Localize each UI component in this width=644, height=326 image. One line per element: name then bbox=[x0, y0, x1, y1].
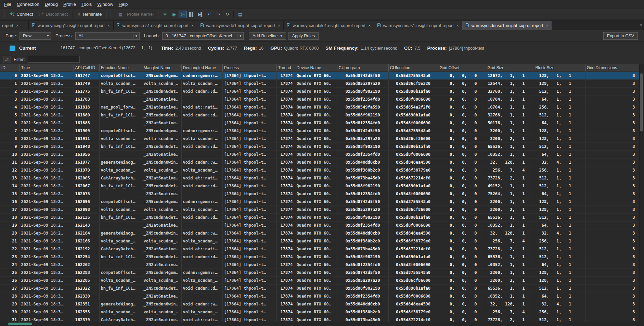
horizontal-scrollbar-thumb[interactable] bbox=[8, 323, 32, 325]
table-row[interactable]: 30 2021-Sep-09 18:3… 162353 volta_scudnn… bbox=[0, 308, 639, 316]
menu-item-help[interactable]: Help bbox=[116, 0, 131, 8]
cell-grid-dimensions: 3 bbox=[585, 87, 639, 95]
tab-close-icon[interactable]: × bbox=[16, 23, 19, 28]
export-to-csv-button[interactable]: Export to CSV bbox=[603, 32, 638, 40]
column-header-thread[interactable]: Thread bbox=[276, 64, 295, 72]
disconnect-button[interactable]: Disconnect bbox=[36, 10, 70, 18]
tab-close-icon[interactable]: × bbox=[278, 23, 281, 28]
table-row[interactable]: 21 2021-Sep-09 18:2… 162166 volta_scudnn… bbox=[0, 237, 639, 245]
table-row[interactable]: 19 2021-Sep-09 18:2… 162143 _ZN2at6nativ… bbox=[0, 221, 639, 229]
refresh-icon[interactable]: ↻ bbox=[223, 11, 231, 18]
step-back-icon[interactable]: ↶ bbox=[205, 11, 214, 18]
menu-item-profile[interactable]: Profile bbox=[61, 0, 79, 8]
column-header-mangled-name[interactable]: Mangled Name bbox=[142, 64, 181, 72]
table-row[interactable]: 4 2021-Sep-09 18:2… 161818 max_pool_forw… bbox=[0, 103, 639, 111]
table-row[interactable]: 5 2021-Sep-09 18:2… 161880 bn_fw_inf_1C1… bbox=[0, 111, 639, 119]
column-header-time[interactable]: Time bbox=[20, 64, 74, 72]
table-row[interactable]: 23 2021-Sep-09 18:2… 162254 bn_fw_inf_1C… bbox=[0, 253, 639, 261]
tab-close-icon[interactable]: × bbox=[546, 23, 549, 28]
tab-warmsyncwide1[interactable]: warmsyncwide1.nsight-cuprof-report × bbox=[197, 21, 284, 30]
table-row[interactable]: 9 2021-Sep-09 18:2… 161948 bn_fw_inf_1C1… bbox=[0, 142, 639, 150]
column-header-id[interactable]: ID bbox=[0, 64, 20, 72]
tab-warmsyncvgg1[interactable]: warmsyncvgg1.nsight-cuprof-report × bbox=[29, 21, 114, 30]
tab-close-icon[interactable]: × bbox=[107, 23, 110, 28]
tab-warmsyncmobile1[interactable]: warmsyncmobile1.nsight-cuprof-report × bbox=[284, 21, 374, 30]
column-header-cufunction[interactable]: CUfunction bbox=[388, 64, 438, 72]
column-header-grid-offset[interactable]: Grid Offset bbox=[438, 64, 486, 72]
column-header-grid-dimensions[interactable]: Grid Dimensions bbox=[585, 64, 639, 72]
step-forward-icon[interactable]: ↷ bbox=[214, 11, 222, 18]
table-row[interactable]: 3 2021-Sep-09 18:2… 161783 _ZN2at6native… bbox=[0, 95, 639, 103]
table-row[interactable]: 24 2021-Sep-09 18:2… 162262 _ZN2at6nativ… bbox=[0, 261, 639, 268]
table-row[interactable]: 12 2021-Sep-09 18:2… 161979 volta_scudnn… bbox=[0, 166, 639, 174]
table-row[interactable]: 20 2021-Sep-09 18:2… 162164 generateWino… bbox=[0, 229, 639, 237]
cell-api-call-id: 161749 bbox=[74, 79, 99, 87]
table-row[interactable]: 13 2021-Sep-09 18:2… 162005 CatArrayBatc… bbox=[0, 174, 639, 182]
tab-warmsyncdense1[interactable]: warmsyncdense1.nsight-cuprof-report × bbox=[462, 21, 552, 30]
table-row[interactable]: 8 2021-Sep-09 18:2… 161911 volta_scudnn_… bbox=[0, 135, 639, 142]
vertical-scrollbar[interactable] bbox=[639, 64, 644, 326]
table-row[interactable]: 26 2021-Sep-09 18:2… 162285 volta_scudnn… bbox=[0, 276, 639, 284]
apply-rules-button[interactable]: Apply Rules bbox=[288, 32, 319, 40]
table-row[interactable]: 7 2021-Sep-09 18:2… 161909 computeOffset… bbox=[0, 127, 639, 135]
table-row[interactable]: 17 2021-Sep-09 18:2… 162098 volta_scudnn… bbox=[0, 205, 639, 213]
table-row[interactable]: 11 2021-Sep-09 18:2… 161977 generateWino… bbox=[0, 158, 639, 166]
column-header-function-name[interactable]: Function Name bbox=[99, 64, 142, 72]
connect-button[interactable]: Connect bbox=[7, 10, 36, 18]
api-stream-active-icon[interactable]: ◎ bbox=[179, 11, 187, 18]
run-to-next-kernel-icon[interactable]: ▶▌ bbox=[196, 11, 205, 18]
api-stream-icon[interactable]: ◉ bbox=[170, 11, 178, 18]
tab-close-icon[interactable]: × bbox=[368, 23, 371, 28]
launch-select[interactable]: 0 - 161747 - computeOffsetsKernel ▾ bbox=[162, 32, 244, 40]
column-header-device-name[interactable]: Device Name bbox=[295, 64, 337, 72]
table-row[interactable]: 1 2021-Sep-09 18:2… 161749 volta_scudnn_… bbox=[0, 79, 639, 87]
cell-thread: 17874 bbox=[276, 237, 295, 245]
table-row[interactable]: 0 2021-Sep-09 18:2… 161747 computeOffset… bbox=[0, 72, 639, 79]
column-header-api-call-id[interactable]: API Call ID bbox=[74, 64, 99, 72]
tab-close-icon[interactable]: × bbox=[456, 23, 459, 28]
menu-item-connection[interactable]: Connection bbox=[14, 0, 42, 8]
menu-item-file[interactable]: File bbox=[1, 0, 14, 8]
menu-item-debug[interactable]: Debug bbox=[42, 0, 61, 8]
table-row[interactable]: 15 2021-Sep-09 18:2… 162075 _ZN2at6nativ… bbox=[0, 190, 639, 198]
table-row[interactable]: 27 2021-Sep-09 18:2… 162322 bn_fw_inf_1C… bbox=[0, 284, 639, 292]
table-row[interactable]: 6 2021-Sep-09 18:2… 161888 _ZN2at6native… bbox=[0, 119, 639, 127]
table-row[interactable]: 22 2021-Sep-09 18:2… 162192 CatArrayBatc… bbox=[0, 245, 639, 253]
swap-columns-icon[interactable]: ⇄ bbox=[3, 56, 11, 63]
column-header-demangled-name[interactable]: Demangled Name bbox=[181, 64, 222, 72]
table-row[interactable]: 14 2021-Sep-09 18:2… 162067 bn_fw_inf_1C… bbox=[0, 182, 639, 190]
column-header-cuprogram[interactable]: CUprogram bbox=[337, 64, 388, 72]
table-row[interactable]: 16 2021-Sep-09 18:2… 162096 computeOffse… bbox=[0, 198, 639, 205]
layers-icon[interactable]: ▤ bbox=[236, 11, 244, 18]
tab-close-icon[interactable]: × bbox=[191, 23, 194, 28]
tab-warmsyncres1[interactable]: warmsyncres1.nsight-cuprof-report × bbox=[114, 21, 197, 30]
tab-report-clipped[interactable]: -report × bbox=[0, 21, 29, 30]
tab-overflow-chevron-icon[interactable]: ▾ bbox=[640, 23, 642, 27]
process-select[interactable]: All ▾ bbox=[75, 32, 140, 40]
add-baseline-button[interactable]: Add Baseline ▾ bbox=[249, 32, 286, 40]
menu-item-tools[interactable]: Tools bbox=[79, 0, 94, 8]
column-header-process[interactable]: Process bbox=[222, 64, 276, 72]
horizontal-scrollbar[interactable] bbox=[0, 322, 639, 326]
menu-item-window[interactable]: Window bbox=[94, 0, 116, 8]
table-row[interactable]: 2 2021-Sep-09 18:2… 161775 bn_fw_inf_1C1… bbox=[0, 87, 639, 95]
terminate-button[interactable]: × Terminate bbox=[75, 10, 104, 18]
column-header-grid-size[interactable]: Grid Size bbox=[486, 64, 534, 72]
pause-icon[interactable]: ▌▌ bbox=[188, 11, 196, 18]
cell-grid-size: 3200, 1, 1 bbox=[486, 198, 534, 205]
filter-input[interactable] bbox=[28, 56, 80, 63]
freeze-api-icon[interactable]: ❄ bbox=[161, 11, 169, 18]
tab-warmsyncmnas1[interactable]: warmsyncmnas1.nsight-cuprof-report × bbox=[374, 21, 462, 30]
cell-device-name: Quadro RTX 60… bbox=[295, 268, 337, 276]
table-row[interactable]: 29 2021-Sep-09 18:3… 162351 generateWino… bbox=[0, 300, 639, 308]
table-row[interactable]: 28 2021-Sep-09 18:3… 162330 _ZN2at6nativ… bbox=[0, 292, 639, 300]
profile-kernel-button[interactable]: ▦ Profile Kernel bbox=[113, 9, 156, 20]
table-row[interactable]: 18 2021-Sep-09 18:2… 162135 bn_fw_inf_1C… bbox=[0, 213, 639, 221]
cell-grid-size: 32768, 1, 1 bbox=[486, 111, 534, 119]
column-header-block-size[interactable]: Block Size bbox=[534, 64, 585, 72]
table-row[interactable]: 10 2021-Sep-09 18:2… 161956 _ZN2at6nativ… bbox=[0, 150, 639, 158]
page-select[interactable]: Raw ▾ bbox=[20, 32, 51, 40]
tab-label: warmsyncdense1.nsight-cuprof-report bbox=[471, 23, 543, 28]
vertical-scrollbar-thumb[interactable] bbox=[640, 73, 643, 131]
table-row[interactable]: 25 2021-Sep-09 18:2… 162283 computeOffse… bbox=[0, 268, 639, 276]
